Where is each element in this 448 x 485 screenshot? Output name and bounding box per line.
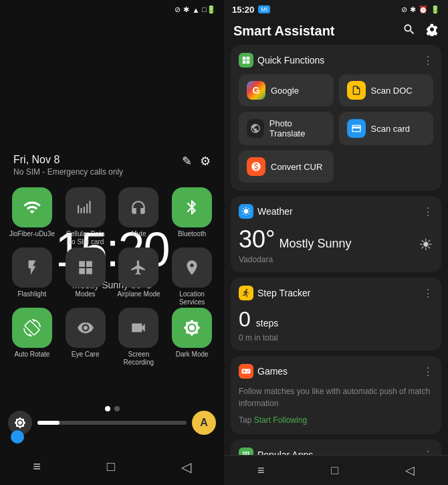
games-tap-text: Tap bbox=[239, 415, 254, 425]
step-tracker-card: Step Tracker ⋮ 0 steps 0 m in total bbox=[231, 278, 441, 351]
toggle-mute: Mute bbox=[115, 187, 163, 246]
airplane-button[interactable] bbox=[118, 248, 158, 288]
toggle-wifi: JioFiber-uDu3e bbox=[8, 187, 56, 246]
quick-functions-card: Quick Functions ⋮ G Google Scan DOC bbox=[231, 45, 441, 191]
bluetooth-label: Bluetooth bbox=[178, 230, 206, 238]
step-content: 0 steps 0 m in total bbox=[239, 307, 433, 343]
date-row: Fri, Nov 8 No SIM - Emergency calls only bbox=[13, 154, 211, 177]
qf-convertcur[interactable]: Convert CUR bbox=[239, 151, 334, 183]
google-icon: G bbox=[247, 81, 265, 100]
alarm-icon: ▲ bbox=[192, 6, 199, 14]
phototranslate-icon bbox=[247, 119, 264, 138]
qf-scandoc-label: Scan DOC bbox=[371, 86, 413, 96]
games-title: Games bbox=[257, 366, 288, 377]
flashlight-button[interactable] bbox=[12, 248, 52, 288]
modes-button[interactable] bbox=[66, 248, 106, 288]
battery-icon: □🔋 bbox=[202, 5, 216, 14]
mute-button[interactable] bbox=[118, 187, 158, 227]
toggle-recording: Screen Recording bbox=[115, 308, 163, 367]
wifi-label: JioFiber-uDu3e bbox=[9, 230, 55, 238]
toggles-row-3: Auto Rotate Eye Care Screen Recording Da… bbox=[8, 308, 216, 367]
qf-title-row: Quick Functions bbox=[239, 53, 324, 68]
scancard-icon bbox=[347, 119, 366, 138]
brightness-bar[interactable]: A bbox=[8, 411, 216, 435]
start-following-link[interactable]: Start Following bbox=[254, 415, 307, 425]
qf-items-grid: G Google Scan DOC Photo Translate bbox=[239, 74, 433, 183]
nav-menu-icon[interactable]: ≡ bbox=[33, 459, 41, 474]
right-nav-back[interactable]: ◁ bbox=[405, 463, 415, 478]
qf-scandoc[interactable]: Scan DOC bbox=[339, 74, 434, 106]
sim-text: No SIM - Emergency calls only bbox=[13, 167, 211, 177]
qf-phototranslate[interactable]: Photo Translate bbox=[239, 112, 334, 145]
modes-label: Modes bbox=[76, 290, 96, 298]
search-button[interactable] bbox=[403, 23, 416, 39]
blue-indicator bbox=[11, 430, 24, 444]
step-title-row: Step Tracker bbox=[239, 286, 310, 300]
location-label: LocationServices bbox=[179, 290, 205, 306]
right-nav-menu[interactable]: ≡ bbox=[257, 464, 265, 478]
location-button[interactable] bbox=[172, 248, 212, 288]
weather-title-row: Weather bbox=[239, 204, 293, 219]
step-card-header: Step Tracker ⋮ bbox=[239, 286, 433, 300]
popular-apps-header: Popular Apps ⋮ bbox=[239, 448, 433, 455]
autorotate-button[interactable] bbox=[12, 308, 52, 348]
edit-icon[interactable]: ✎ bbox=[182, 154, 192, 169]
eyecare-button[interactable] bbox=[66, 308, 106, 348]
bottom-nav-left: ≡ □ ◁ bbox=[0, 448, 224, 485]
date-text: Fri, Nov 8 bbox=[13, 154, 211, 166]
popular-apps-menu-icon[interactable]: ⋮ bbox=[423, 449, 433, 456]
right-scroll-content[interactable]: Quick Functions ⋮ G Google Scan DOC bbox=[224, 45, 448, 455]
games-menu-icon[interactable]: ⋮ bbox=[423, 365, 433, 378]
weather-temp-row: 30° Mostly Sunny bbox=[239, 225, 352, 254]
recording-label: Screen Recording bbox=[115, 351, 163, 367]
toggle-location: LocationServices bbox=[168, 248, 216, 306]
weather-description: Mostly Sunny bbox=[279, 237, 351, 251]
right-nav-home[interactable]: □ bbox=[331, 464, 338, 478]
sun-icon: ☀ bbox=[419, 235, 433, 254]
toggle-flashlight: Flashlight bbox=[8, 248, 56, 306]
weather-content: 30° Mostly Sunny Vadodara ☀ bbox=[239, 225, 433, 264]
weather-icon bbox=[239, 204, 253, 219]
wifi-button[interactable] bbox=[12, 187, 52, 227]
convertcur-icon bbox=[247, 157, 265, 176]
settings-button[interactable] bbox=[425, 23, 439, 39]
weather-menu-icon[interactable]: ⋮ bbox=[423, 205, 433, 218]
games-card: Games ⋮ Follow matches you like with aut… bbox=[231, 356, 441, 434]
bluetooth-icon: ✱ bbox=[183, 5, 189, 14]
cellular-button[interactable] bbox=[66, 187, 106, 227]
toggle-cellular: Cellular DataNo SIM card bbox=[62, 187, 110, 246]
right-panel: 15:20 MI ⊘ ✱ ⏰ 🔋 Smart Assistant bbox=[224, 0, 448, 485]
page-title: Smart Assistant bbox=[233, 23, 335, 39]
step-sub: 0 m in total bbox=[239, 333, 433, 343]
qf-icon bbox=[239, 53, 253, 68]
left-panel: ⊘ ✱ ▲ □🔋 15:20 Mostly Sunny 30°C Fri, No… bbox=[0, 0, 224, 485]
right-battery-icon: 🔋 bbox=[431, 5, 440, 14]
cellular-label: Cellular DataNo SIM card bbox=[66, 230, 105, 246]
weather-title: Weather bbox=[257, 206, 293, 217]
qf-google[interactable]: G Google bbox=[239, 74, 334, 106]
step-count-value: 0 bbox=[239, 307, 251, 332]
recording-button[interactable] bbox=[118, 308, 158, 348]
games-card-header: Games ⋮ bbox=[239, 364, 433, 379]
nav-home-icon[interactable]: □ bbox=[107, 459, 115, 474]
right-signal-icon: ⊘ bbox=[401, 5, 407, 14]
qf-scancard[interactable]: Scan card bbox=[339, 112, 434, 145]
step-menu-icon[interactable]: ⋮ bbox=[423, 287, 433, 300]
toggle-darkmode: Dark Mode bbox=[168, 308, 216, 367]
darkmode-button[interactable] bbox=[172, 308, 212, 348]
step-count-row: 0 steps bbox=[239, 307, 433, 332]
right-status-icons: ⊘ ✱ ⏰ 🔋 bbox=[401, 5, 440, 14]
qf-scancard-label: Scan card bbox=[371, 124, 411, 134]
bluetooth-button[interactable] bbox=[172, 187, 212, 227]
games-title-row: Games bbox=[239, 364, 288, 379]
brightness-slider[interactable] bbox=[37, 421, 187, 425]
header-actions bbox=[403, 23, 439, 39]
weather-card-header: Weather ⋮ bbox=[239, 204, 433, 219]
qf-menu-icon[interactable]: ⋮ bbox=[423, 54, 433, 67]
toggle-bluetooth: Bluetooth bbox=[168, 187, 216, 246]
settings-icon-left[interactable]: ⚙ bbox=[200, 154, 211, 169]
qf-title: Quick Functions bbox=[257, 55, 324, 66]
avatar-button[interactable]: A bbox=[192, 411, 216, 435]
nav-back-icon[interactable]: ◁ bbox=[181, 459, 191, 475]
toggles-row-2: Flashlight Modes Airplane Mode LocationS… bbox=[8, 248, 216, 306]
